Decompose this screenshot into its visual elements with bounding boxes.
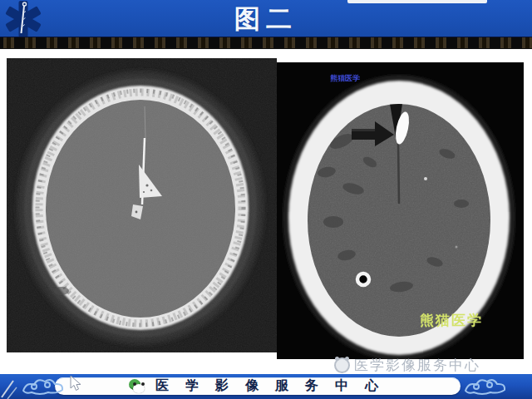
overlay-watermark-text: 医学影像服务中心 xyxy=(354,356,480,375)
page-title: 图二 xyxy=(0,2,532,36)
ornament-strip xyxy=(0,37,532,49)
ct-brain-window-image: 熊猫医学 熊猫医学 xyxy=(277,62,524,359)
ct-watermark-top: 熊猫医学 xyxy=(330,74,360,82)
mouse-cursor xyxy=(70,376,81,392)
panda-icon xyxy=(334,357,350,373)
ct-bone-window-image xyxy=(7,58,277,352)
presentation-slide: 图二 xyxy=(0,0,532,399)
corner-ornament xyxy=(0,374,18,399)
cloud-ornament-left xyxy=(20,376,68,397)
ct-watermark-bottom: 熊猫医学 xyxy=(420,313,483,328)
panda-icon xyxy=(129,379,145,394)
footer-brand-band: 医学影像服务中心 xyxy=(55,377,461,395)
overlay-watermark: 医学影像服务中心 xyxy=(334,356,480,375)
title-banner: 图二 xyxy=(0,0,532,37)
footer-bar: 医学影像服务中心 xyxy=(0,374,532,399)
cloud-ornament-right xyxy=(462,376,510,397)
footer-brand-text: 医学影像服务中心 xyxy=(155,377,395,395)
